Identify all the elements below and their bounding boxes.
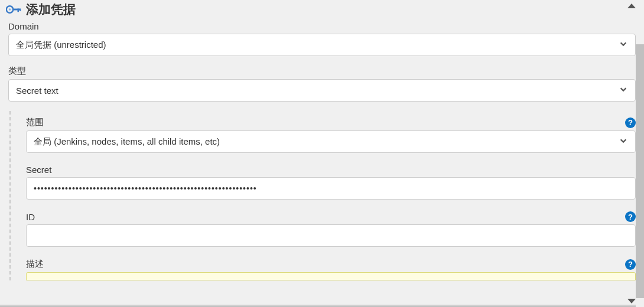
secret-field-group: Secret	[26, 165, 636, 200]
scope-label: 范围	[26, 117, 44, 128]
description-field-group: 描述 ?	[26, 259, 636, 280]
collapse-down-icon[interactable]	[627, 299, 636, 303]
svg-point-1	[9, 8, 11, 11]
domain-select-value: 全局凭据 (unrestricted)	[16, 40, 106, 51]
type-select[interactable]: Secret text	[8, 79, 636, 102]
type-label: 类型	[8, 66, 26, 77]
collapse-up-icon[interactable]	[627, 4, 636, 8]
scope-select[interactable]: 全局 (Jenkins, nodes, items, all child ite…	[26, 130, 636, 153]
scope-field-group: 范围 ? 全局 (Jenkins, nodes, items, all chil…	[26, 117, 636, 153]
svg-rect-3	[18, 9, 19, 12]
scope-select-value: 全局 (Jenkins, nodes, items, all child ite…	[34, 136, 220, 148]
key-icon	[6, 4, 21, 15]
type-field-group: 类型 Secret text	[8, 66, 636, 102]
svg-rect-4	[19, 9, 21, 11]
secret-label: Secret	[26, 165, 51, 175]
domain-label: Domain	[8, 21, 39, 31]
description-label: 描述	[26, 259, 44, 270]
help-icon[interactable]: ?	[625, 211, 636, 222]
bottom-border	[0, 305, 636, 307]
domain-select[interactable]: 全局凭据 (unrestricted)	[8, 34, 636, 56]
id-input[interactable]	[26, 224, 636, 247]
domain-field-group: Domain 全局凭据 (unrestricted)	[8, 21, 636, 56]
section-header: 添加凭据	[0, 0, 644, 21]
help-icon[interactable]: ?	[625, 117, 636, 128]
scrollbar-track[interactable]	[636, 0, 644, 304]
help-icon[interactable]: ?	[625, 259, 636, 270]
svg-rect-2	[12, 9, 20, 11]
form-body: Domain 全局凭据 (unrestricted) 类型 Secret tex…	[0, 21, 644, 280]
scrollbar-thumb[interactable]	[636, 44, 644, 298]
type-select-value: Secret text	[16, 86, 58, 96]
section-title: 添加凭据	[26, 1, 76, 18]
secret-input[interactable]	[26, 177, 636, 200]
id-label: ID	[26, 212, 35, 222]
id-field-group: ID ?	[26, 211, 636, 247]
description-textarea[interactable]	[26, 272, 636, 280]
nested-credential-block: 范围 ? 全局 (Jenkins, nodes, items, all chil…	[9, 111, 636, 280]
